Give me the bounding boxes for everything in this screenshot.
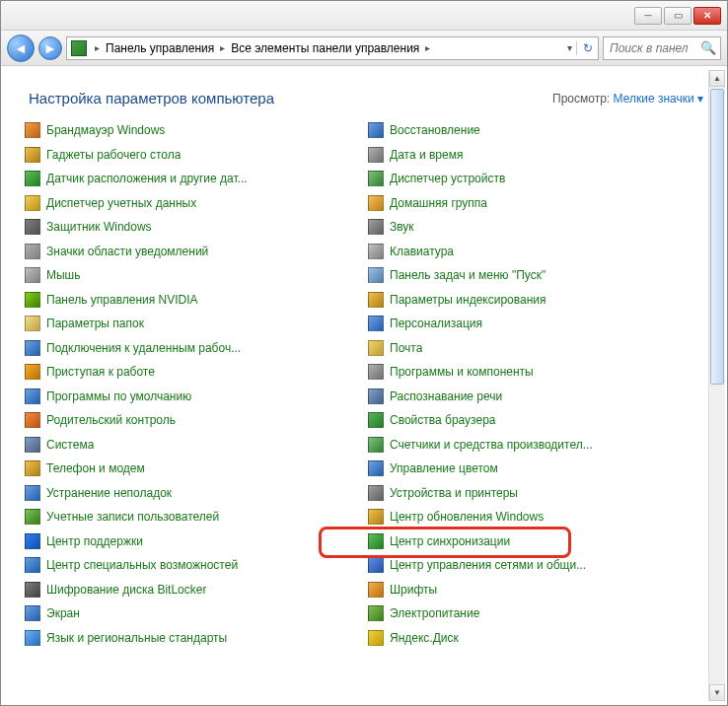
item-label: Свойства браузера <box>390 413 496 427</box>
control-panel-item[interactable]: Устранение неполадок <box>25 481 368 506</box>
control-panel-item[interactable]: Центр синхронизации <box>368 530 711 554</box>
control-panel-item[interactable]: Параметры папок <box>25 312 368 336</box>
item-label: Приступая к работе <box>46 365 155 379</box>
item-label: Центр обновления Windows <box>390 510 544 524</box>
item-icon <box>368 340 384 356</box>
item-label: Центр специальных возможностей <box>46 558 238 572</box>
item-icon <box>368 509 384 525</box>
view-value: Мелкие значки <box>614 92 694 106</box>
control-panel-item[interactable]: Гаджеты рабочего стола <box>25 143 368 168</box>
control-panel-item[interactable]: Датчик расположения и другие дат... <box>25 167 368 191</box>
control-panel-item[interactable]: Подключения к удаленным рабоч... <box>25 336 368 361</box>
control-panel-item[interactable]: Персонализация <box>368 312 711 336</box>
control-panel-item[interactable]: Телефон и модем <box>25 457 368 481</box>
control-panel-item[interactable]: Брандмауэр Windows <box>25 118 368 143</box>
maximize-button[interactable]: ▭ <box>664 7 692 25</box>
vertical-scrollbar[interactable]: ▲ ▼ <box>708 70 725 701</box>
item-label: Управление цветом <box>390 461 498 475</box>
item-label: Панель управления NVIDIA <box>46 293 198 307</box>
control-panel-item[interactable]: Клавиатура <box>368 240 711 264</box>
control-panel-item[interactable]: Язык и региональные стандарты <box>25 626 368 651</box>
refresh-button[interactable]: ↻ <box>576 41 598 55</box>
minimize-button[interactable]: ─ <box>634 7 662 25</box>
item-label: Датчик расположения и другие дат... <box>46 172 248 185</box>
item-label: Диспетчер учетных данных <box>46 196 196 210</box>
control-panel-item[interactable]: Программы по умолчанию <box>25 385 368 409</box>
forward-button[interactable]: ► <box>38 36 62 60</box>
item-label: Шифрование диска BitLocker <box>46 583 206 597</box>
scroll-thumb[interactable] <box>710 89 724 385</box>
control-panel-item[interactable]: Центр специальных возможностей <box>25 553 368 578</box>
control-panel-icon <box>71 40 87 56</box>
navbar: ◄ ► ▸ Панель управления ▸ Все элементы п… <box>1 31 727 66</box>
chevron-right-icon: ▸ <box>216 42 229 53</box>
items-pane: Брандмауэр WindowsГаджеты рабочего стола… <box>1 118 727 684</box>
item-label: Учетные записи пользователей <box>46 510 219 524</box>
item-label: Восстановление <box>390 123 480 137</box>
item-icon <box>25 122 40 138</box>
control-panel-item[interactable]: Восстановление <box>368 118 711 143</box>
control-panel-item[interactable]: Почта <box>368 336 711 361</box>
item-label: Центр управления сетями и общи... <box>390 558 586 572</box>
control-panel-item[interactable]: Шифрование диска BitLocker <box>25 578 368 602</box>
item-label: Звук <box>390 220 414 234</box>
control-panel-item[interactable]: Значки области уведомлений <box>25 240 368 264</box>
item-icon <box>368 582 384 598</box>
control-panel-item[interactable]: Диспетчер учетных данных <box>25 191 368 216</box>
control-panel-item[interactable]: Параметры индексирования <box>368 288 711 313</box>
scroll-track[interactable] <box>709 87 725 684</box>
control-panel-item[interactable]: Панель управления NVIDIA <box>25 288 368 313</box>
breadcrumb[interactable]: Все элементы панели управления <box>229 41 421 55</box>
scroll-up-button[interactable]: ▲ <box>709 70 725 87</box>
titlebar: ─ ▭ ✕ <box>1 1 727 31</box>
control-panel-item[interactable]: Диспетчер устройств <box>368 167 711 191</box>
control-panel-item[interactable]: Устройства и принтеры <box>368 481 711 506</box>
control-panel-item[interactable]: Защитник Windows <box>25 215 368 240</box>
control-panel-item[interactable]: Управление цветом <box>368 457 711 481</box>
item-icon <box>368 122 384 138</box>
control-panel-item[interactable]: Яндекс.Диск <box>368 626 711 651</box>
content-header: Настройка параметров компьютера Просмотр… <box>1 66 727 118</box>
control-panel-item[interactable]: Распознавание речи <box>368 385 711 409</box>
close-button[interactable]: ✕ <box>693 7 721 25</box>
control-panel-item[interactable]: Электропитание <box>368 601 711 626</box>
control-panel-item[interactable]: Панель задач и меню "Пуск" <box>368 263 711 288</box>
control-panel-item[interactable]: Экран <box>25 601 368 626</box>
control-panel-item[interactable]: Мышь <box>25 263 368 288</box>
item-label: Родительский контроль <box>46 413 176 427</box>
control-panel-item[interactable]: Родительский контроль <box>25 408 368 433</box>
column-right: ВосстановлениеДата и времяДиспетчер устр… <box>368 118 711 684</box>
control-panel-item[interactable]: Система <box>25 433 368 458</box>
control-panel-item[interactable]: Центр обновления Windows <box>368 505 711 530</box>
item-icon <box>25 340 40 356</box>
item-label: Распознавание речи <box>390 389 502 403</box>
control-panel-item[interactable]: Программы и компоненты <box>368 360 711 385</box>
breadcrumb[interactable]: Панель управления <box>104 41 216 55</box>
control-panel-item[interactable]: Центр управления сетями и общи... <box>368 553 711 578</box>
control-panel-item[interactable]: Звук <box>368 215 711 240</box>
search-input[interactable] <box>608 40 700 56</box>
search-box[interactable]: 🔍 <box>603 36 721 60</box>
item-label: Защитник Windows <box>46 220 152 234</box>
back-button[interactable]: ◄ <box>7 35 35 62</box>
control-panel-item[interactable]: Счетчики и средства производител... <box>368 433 711 458</box>
item-label: Экран <box>46 606 80 620</box>
item-label: Брандмауэр Windows <box>46 123 165 137</box>
item-icon <box>25 582 40 598</box>
item-label: Значки области уведомлений <box>46 245 208 258</box>
control-panel-item[interactable]: Приступая к работе <box>25 360 368 385</box>
item-icon <box>368 316 384 331</box>
item-icon <box>25 485 40 501</box>
control-panel-item[interactable]: Шрифты <box>368 578 711 602</box>
item-icon <box>368 244 384 259</box>
chevron-down-icon[interactable]: ▾ <box>563 42 576 53</box>
control-panel-item[interactable]: Центр поддержки <box>25 530 368 554</box>
address-bar[interactable]: ▸ Панель управления ▸ Все элементы панел… <box>66 36 599 60</box>
control-panel-item[interactable]: Домашняя группа <box>368 191 711 216</box>
scroll-down-button[interactable]: ▼ <box>709 684 725 701</box>
control-panel-item[interactable]: Свойства браузера <box>368 408 711 433</box>
control-panel-item[interactable]: Учетные записи пользователей <box>25 505 368 530</box>
control-panel-item[interactable]: Дата и время <box>368 143 711 168</box>
view-dropdown[interactable]: Мелкие значки ▾ <box>614 92 703 106</box>
item-label: Система <box>46 438 94 452</box>
